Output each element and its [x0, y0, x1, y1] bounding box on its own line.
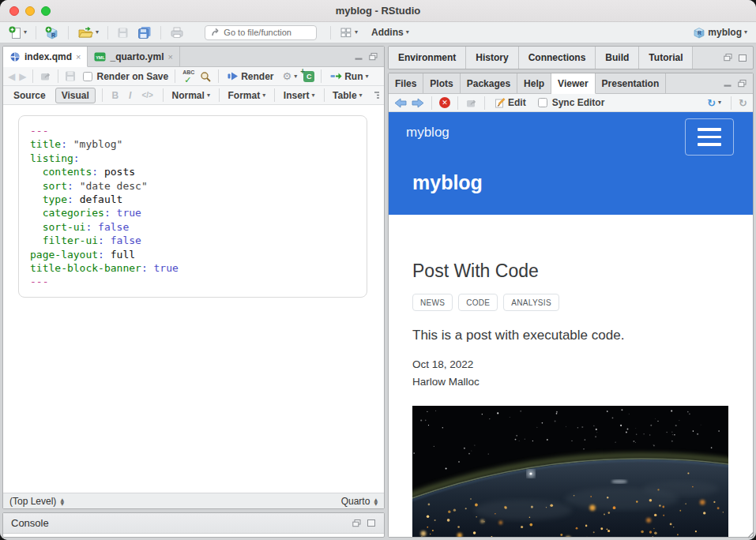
- workspace: index.qmd × YML _quarto.yml × ◀: [0, 43, 756, 540]
- tab-files[interactable]: Files: [389, 73, 423, 93]
- tab-label: _quarto.yml: [110, 51, 164, 62]
- save-button[interactable]: [115, 25, 131, 40]
- paragraph-style-dropdown[interactable]: Normal ▾: [170, 88, 213, 103]
- resize-grip[interactable]: [747, 531, 754, 538]
- goto-file-input[interactable]: [224, 28, 310, 37]
- code-block[interactable]: ---title: "myblog"listing: contents: pos…: [18, 115, 367, 298]
- category-badge[interactable]: CODE: [458, 294, 498, 311]
- post-thumbnail-image[interactable]: [412, 406, 728, 537]
- format-toolbar: Source Visual B I </> Normal ▾ Format ▾: [3, 86, 384, 105]
- project-cube-icon: R: [693, 27, 705, 39]
- maximize-pane-icon[interactable]: [367, 519, 376, 527]
- viewer-pane: Files Plots Packages Help Viewer Present…: [388, 73, 754, 538]
- code-button[interactable]: </>: [138, 91, 156, 99]
- back-icon[interactable]: ◀: [8, 71, 15, 82]
- popout-icon[interactable]: [39, 71, 51, 81]
- category-badge[interactable]: ANALYSIS: [503, 294, 559, 311]
- tab-viewer[interactable]: Viewer: [551, 73, 595, 94]
- tab-index-qmd[interactable]: index.qmd ×: [3, 47, 88, 67]
- pencil-icon: [495, 98, 506, 108]
- tab-presentation[interactable]: Presentation: [596, 73, 667, 93]
- toolbar-separator: [163, 88, 164, 102]
- addins-button[interactable]: Addins ▾: [369, 25, 412, 39]
- render-on-save-checkbox[interactable]: [83, 72, 92, 81]
- bold-button[interactable]: B: [108, 90, 122, 101]
- code-line: title: "myblog": [30, 137, 355, 151]
- format-menu[interactable]: Format ▾: [226, 88, 269, 103]
- sync-editor-checkbox[interactable]: [538, 98, 547, 107]
- toolbar-separator: [484, 96, 485, 110]
- save-icon[interactable]: [65, 71, 76, 81]
- toolbar-separator: [324, 88, 325, 102]
- post-listing-item[interactable]: Post With Code NEWS CODE ANALYSIS This i…: [389, 215, 753, 537]
- sync-button[interactable]: ↻ ▾: [705, 96, 724, 111]
- new-file-button[interactable]: ▾: [6, 24, 29, 41]
- hamburger-menu-button[interactable]: [685, 118, 734, 156]
- toolbar-separator: [107, 26, 108, 39]
- project-name-label: myblog: [708, 27, 742, 38]
- print-button[interactable]: [167, 24, 186, 40]
- tab-tutorial[interactable]: Tutorial: [639, 47, 693, 69]
- close-tab-icon[interactable]: ×: [167, 52, 172, 62]
- sync-icon: ↻: [707, 97, 716, 109]
- pane-layout-icon: [340, 27, 352, 39]
- render-settings-button[interactable]: ⚙ ▾: [280, 69, 300, 84]
- mode-selector[interactable]: Quarto ▲▼: [341, 496, 378, 507]
- restore-pane-icon[interactable]: [352, 519, 362, 528]
- forward-icon[interactable]: ▶: [19, 71, 26, 82]
- render-button[interactable]: Render: [225, 69, 276, 84]
- project-menu-button[interactable]: R myblog ▾: [690, 25, 750, 40]
- run-button[interactable]: Run ▾: [328, 69, 370, 84]
- tab-connections[interactable]: Connections: [519, 47, 596, 69]
- close-tab-icon[interactable]: ×: [76, 52, 81, 62]
- restore-pane-icon[interactable]: [723, 53, 733, 62]
- insert-menu[interactable]: Insert ▾: [281, 88, 318, 103]
- italic-button[interactable]: I: [126, 90, 134, 101]
- tab-environment[interactable]: Environment: [389, 47, 466, 69]
- minimize-pane-icon[interactable]: [723, 79, 732, 88]
- tab-label: index.qmd: [24, 51, 72, 62]
- tab-plots[interactable]: Plots: [423, 73, 460, 93]
- code-line: page-layout: full: [30, 248, 355, 261]
- new-project-button[interactable]: R: [43, 24, 62, 41]
- restore-pane-icon[interactable]: [368, 52, 378, 62]
- tab-quarto-yml[interactable]: YML _quarto.yml ×: [88, 47, 179, 66]
- minimize-pane-icon[interactable]: [354, 52, 363, 61]
- restore-pane-icon[interactable]: [737, 79, 747, 88]
- print-icon: [170, 26, 184, 39]
- table-menu[interactable]: Table ▾: [330, 88, 364, 103]
- titlebar: myblog - RStudio: [0, 0, 756, 22]
- insert-chunk-icon[interactable]: C: [303, 71, 314, 82]
- maximize-pane-icon[interactable]: [738, 54, 747, 62]
- editor-canvas[interactable]: ---title: "myblog"listing: contents: pos…: [3, 105, 384, 493]
- popout-icon[interactable]: [465, 98, 477, 108]
- pane-layout-button[interactable]: ▾: [337, 25, 360, 40]
- scope-selector[interactable]: (Top Level) ▲▼: [9, 496, 64, 507]
- chevron-down-icon: ▾: [24, 29, 27, 36]
- edit-button[interactable]: Edit: [492, 96, 528, 110]
- insert-label: Insert: [284, 90, 310, 101]
- open-file-button[interactable]: ▾: [75, 24, 101, 40]
- console-header[interactable]: Console: [3, 513, 384, 534]
- outline-icon[interactable]: [373, 91, 379, 100]
- category-badge[interactable]: NEWS: [412, 294, 453, 311]
- stop-icon[interactable]: ✕: [439, 97, 450, 108]
- post-title[interactable]: Post With Code: [412, 261, 729, 282]
- editor-tabstrip: index.qmd × YML _quarto.yml ×: [3, 47, 384, 67]
- goto-file-search[interactable]: [205, 25, 317, 40]
- back-icon[interactable]: [394, 98, 407, 108]
- tab-help[interactable]: Help: [517, 73, 551, 93]
- refresh-icon[interactable]: ↻: [739, 97, 747, 109]
- chevron-down-icon: ▾: [359, 92, 363, 99]
- tab-packages[interactable]: Packages: [461, 73, 517, 93]
- pane-controls: [693, 47, 753, 69]
- spellcheck-icon[interactable]: ABC✓: [182, 70, 196, 83]
- search-icon[interactable]: [200, 71, 212, 82]
- source-mode-button[interactable]: Source: [8, 88, 51, 103]
- tab-history[interactable]: History: [466, 47, 518, 69]
- tab-build[interactable]: Build: [596, 47, 639, 69]
- save-all-button[interactable]: [135, 24, 154, 40]
- visual-mode-button[interactable]: Visual: [55, 88, 96, 103]
- blog-navbar-brand[interactable]: myblog: [406, 125, 449, 141]
- forward-icon[interactable]: [412, 98, 424, 108]
